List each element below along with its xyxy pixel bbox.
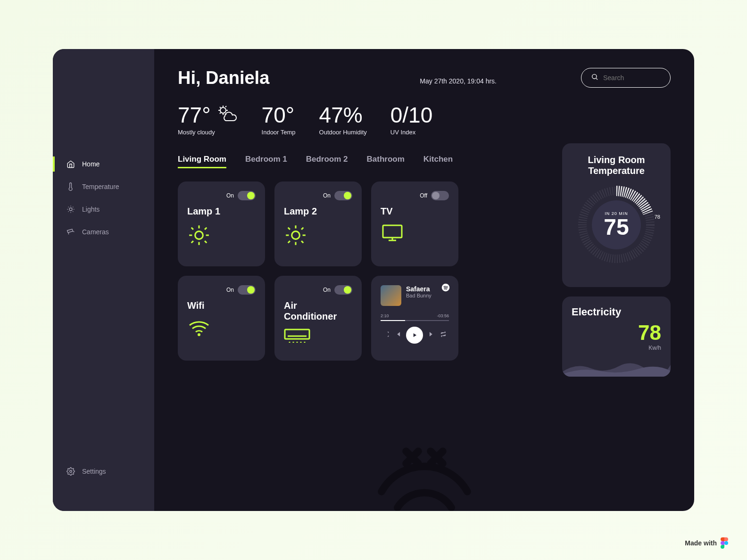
sidebar-item-label: Temperature xyxy=(82,183,119,190)
thermostat-target: 78 xyxy=(655,214,660,220)
svg-point-4 xyxy=(220,107,226,113)
device-card-ac[interactable]: On Air Conditioner xyxy=(274,276,362,361)
svg-point-6 xyxy=(292,231,300,239)
tv-state: Off xyxy=(420,192,427,199)
tab-bedroom-2[interactable]: Bedroom 2 xyxy=(306,155,348,168)
outdoor-temp-value: 77° xyxy=(178,102,211,128)
datetime: May 27th 2020, 19:04 hrs. xyxy=(420,77,497,85)
tab-living-room[interactable]: Living Room xyxy=(178,155,226,168)
lamp1-state: On xyxy=(226,192,234,199)
tv-toggle[interactable] xyxy=(431,191,449,200)
ac-title: Air Conditioner xyxy=(284,300,352,322)
outdoor-temp-label: Mostly cloudy xyxy=(178,129,238,136)
humidity-value: 47% xyxy=(319,102,367,128)
device-card-tv[interactable]: Off TV xyxy=(371,181,458,266)
album-art xyxy=(381,285,401,306)
weather-row: 77° Mostly cloudy 70° Indoor Temp 47% Ou… xyxy=(178,102,671,136)
bulb-icon xyxy=(187,223,256,249)
lamp2-toggle[interactable] xyxy=(334,191,352,200)
thermostat-current: 75 xyxy=(604,216,629,239)
device-card-lamp2[interactable]: On Lamp 2 xyxy=(274,181,362,266)
outdoor-temp-stat: 77° Mostly cloudy xyxy=(178,102,238,136)
lamp1-title: Lamp 1 xyxy=(187,206,256,217)
ac-toggle[interactable] xyxy=(334,285,352,295)
search-box[interactable] xyxy=(581,68,671,88)
ac-icon xyxy=(284,329,352,346)
progress-bar[interactable] xyxy=(381,320,449,321)
tab-bedroom-1[interactable]: Bedroom 1 xyxy=(245,155,287,168)
device-card-wifi[interactable]: On Wifi xyxy=(178,276,265,361)
tab-bathroom[interactable]: Bathroom xyxy=(367,155,405,168)
uv-stat: 0/10 UV Index xyxy=(390,102,433,136)
tv-title: TV xyxy=(381,206,449,217)
figma-icon xyxy=(721,537,728,549)
sidebar-item-lights[interactable]: Lights xyxy=(53,198,154,221)
sidebar-item-label: Cameras xyxy=(82,228,109,236)
music-controls xyxy=(381,327,449,344)
wifi-icon xyxy=(187,318,256,338)
indoor-temp-label: Indoor Temp xyxy=(262,129,296,136)
made-with-label: Made with xyxy=(685,539,717,547)
lamp2-title: Lamp 2 xyxy=(284,206,352,217)
gear-icon xyxy=(66,467,75,476)
sidebar: Home Temperature Lights Cameras xyxy=(53,49,154,511)
header: Hi, Daniela May 27th 2020, 19:04 hrs. xyxy=(178,68,671,88)
next-icon[interactable] xyxy=(428,331,435,339)
shuffle-icon[interactable] xyxy=(383,331,390,339)
thermostat-dial[interactable]: IN 20 MIN 75 78 xyxy=(576,185,656,265)
main-content: Hi, Daniela May 27th 2020, 19:04 hrs. 77… xyxy=(154,49,694,511)
uv-label: UV Index xyxy=(390,129,433,136)
tab-kitchen[interactable]: Kitchen xyxy=(423,155,453,168)
electricity-card[interactable]: Electricity 78 Kw/h xyxy=(562,296,671,377)
ac-state: On xyxy=(323,287,331,293)
greeting: Hi, Daniela xyxy=(178,68,269,88)
previous-icon[interactable] xyxy=(395,331,401,339)
spotify-icon xyxy=(441,283,450,294)
cloud-icon xyxy=(216,102,238,128)
electricity-chart xyxy=(562,358,671,377)
humidity-stat: 47% Outdoor Humidity xyxy=(319,102,367,136)
made-with-badge: Made with xyxy=(685,537,728,549)
wifi-toggle[interactable] xyxy=(238,285,256,295)
bulb-icon xyxy=(284,223,352,249)
indoor-temp-stat: 70° Indoor Temp xyxy=(262,102,296,136)
app-window: Home Temperature Lights Cameras xyxy=(53,49,694,511)
lamp1-toggle[interactable] xyxy=(238,191,256,200)
wifi-state: On xyxy=(226,287,234,293)
search-input[interactable] xyxy=(603,74,661,82)
svg-point-3 xyxy=(592,74,597,79)
indoor-temp-value: 70° xyxy=(262,102,296,128)
search-icon xyxy=(591,73,598,82)
sidebar-item-home[interactable]: Home xyxy=(53,153,154,175)
humidity-label: Outdoor Humidity xyxy=(319,129,367,136)
background-decoration xyxy=(363,424,486,511)
music-player-card[interactable]: Safaera Bad Bunny 2:10 -03:56 xyxy=(371,276,458,361)
camera-icon xyxy=(66,227,75,237)
device-card-lamp1[interactable]: On Lamp 1 xyxy=(178,181,265,266)
svg-point-8 xyxy=(198,333,200,336)
electricity-unit: Kw/h xyxy=(572,345,661,351)
wifi-title: Wifi xyxy=(187,300,256,311)
sidebar-item-label: Home xyxy=(82,160,100,168)
sidebar-item-label: Lights xyxy=(82,206,100,213)
lamp2-state: On xyxy=(323,192,331,199)
play-button[interactable] xyxy=(406,327,423,344)
uv-value: 0/10 xyxy=(390,102,433,128)
bulb-icon xyxy=(66,205,75,214)
svg-point-5 xyxy=(195,231,203,239)
repeat-icon[interactable] xyxy=(440,331,447,339)
svg-rect-9 xyxy=(285,329,309,339)
settings-label: Settings xyxy=(82,468,106,475)
remaining-time: -03:56 xyxy=(437,313,449,318)
progress-section: 2:10 -03:56 xyxy=(381,306,449,321)
sidebar-item-cameras[interactable]: Cameras xyxy=(53,221,154,243)
thermostat-card[interactable]: Living Room Temperature IN 20 MIN 75 78 xyxy=(562,143,671,287)
sidebar-item-settings[interactable]: Settings xyxy=(53,460,154,483)
svg-rect-7 xyxy=(383,225,402,238)
electricity-value: 78 xyxy=(572,321,661,345)
tv-icon xyxy=(381,223,449,244)
home-icon xyxy=(66,159,75,169)
thermostat-title: Living Room Temperature xyxy=(573,155,659,176)
thermometer-icon xyxy=(66,182,75,191)
sidebar-item-temperature[interactable]: Temperature xyxy=(53,175,154,198)
